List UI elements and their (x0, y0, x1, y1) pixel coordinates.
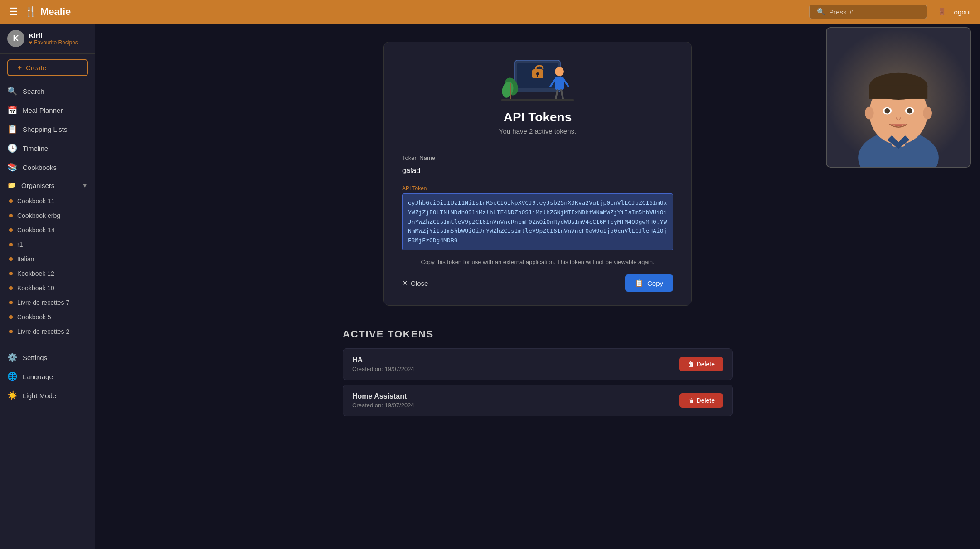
token-name-input[interactable] (402, 164, 673, 178)
dot-icon (9, 257, 13, 261)
sidebar-item-language[interactable]: 🌐 Language (0, 367, 95, 386)
svg-rect-14 (501, 99, 574, 101)
sidebar-item-label: Language (23, 373, 53, 380)
sidebar-item-label: Organisers (21, 182, 54, 189)
api-tokens-title: API Tokens (402, 110, 673, 125)
sidebar-item-timeline[interactable]: 🕒 Timeline (0, 139, 95, 158)
logout-label: Logout (950, 8, 971, 16)
cookbook-item[interactable]: Cookbook erbg (0, 208, 95, 223)
api-tokens-subtitle: You have 2 active tokens. (402, 127, 673, 135)
plus-icon: ＋ (16, 63, 23, 72)
svg-rect-6 (555, 77, 564, 90)
token-warning: Copy this token for use with an external… (402, 258, 673, 267)
delete-label: Delete (697, 397, 715, 404)
sidebar-item-label: Search (23, 87, 44, 95)
copy-icon: 📋 (635, 279, 644, 287)
dot-icon (9, 214, 13, 217)
logout-button[interactable]: 🚪 Logout (938, 8, 971, 16)
sidebar-item-organisers[interactable]: 📁 Organisers ▼ (0, 177, 95, 194)
cookbook-item[interactable]: Cookbook 11 (0, 194, 95, 208)
svg-point-23 (884, 108, 890, 114)
sidebar-item-label: Meal Planner (23, 106, 63, 114)
cookbook-name: Cookbook 14 (17, 226, 55, 234)
delete-token-0-button[interactable]: 🗑 Delete (679, 357, 723, 371)
divider (402, 146, 673, 146)
sidebar-item-settings[interactable]: ⚙️ Settings (0, 348, 95, 367)
copy-label: Copy (647, 279, 663, 287)
search-icon: 🔍 (817, 8, 825, 16)
active-tokens-title: ACTIVE TOKENS (343, 328, 733, 340)
logout-icon: 🚪 (938, 8, 946, 16)
cookbook-name: Cookbook 11 (17, 197, 55, 205)
topbar-right: 🔍 Press '/' 🚪 Logout (809, 5, 971, 19)
copy-button[interactable]: 📋 Copy (625, 274, 673, 292)
search-icon: 🔍 (7, 86, 17, 96)
delete-token-1-button[interactable]: 🗑 Delete (679, 393, 723, 408)
token-row-info: Home Assistant Created on: 19/07/2024 (352, 392, 414, 409)
app-name: Mealie (40, 6, 71, 18)
sidebar-item-label: Timeline (23, 144, 48, 152)
user-info: Kiril ♥ Favourite Recipes (29, 32, 78, 46)
token-row: HA Created on: 19/07/2024 🗑 Delete (343, 348, 733, 380)
svg-point-24 (907, 108, 912, 114)
cookbook-item[interactable]: Cookbook 5 (0, 310, 95, 324)
cookbook-item[interactable]: r1 (0, 237, 95, 252)
token-row-name: Home Assistant (352, 392, 414, 400)
cookbook-name: r1 (17, 241, 23, 248)
sidebar-item-cookbooks[interactable]: 📚 Cookbooks (0, 158, 95, 177)
token-row-date: Created on: 19/07/2024 (352, 366, 414, 372)
sidebar-item-label: Cookbooks (23, 164, 57, 171)
clock-icon: 🕒 (7, 143, 17, 153)
nav-item-left: 📁 Organisers (7, 181, 54, 189)
dot-icon (9, 199, 13, 203)
topbar: ☰ 🍴 Mealie 🔍 Press '/' 🚪 Logout (0, 0, 980, 24)
search-placeholder: Press '/' (829, 8, 853, 16)
delete-label: Delete (697, 361, 715, 368)
svg-rect-4 (537, 74, 538, 77)
sidebar-item-label: Shopping Lists (23, 125, 67, 133)
cookbook-name: Kookboek 12 (17, 270, 54, 277)
menu-icon[interactable]: ☰ (9, 6, 18, 18)
create-button[interactable]: ＋ Create (7, 59, 88, 76)
list-icon: 📋 (7, 124, 17, 134)
sidebar-item-label: Settings (23, 354, 47, 361)
api-token-illustration (402, 56, 673, 106)
close-button[interactable]: ✕ Close (402, 279, 428, 287)
calendar-icon: 📅 (7, 105, 17, 115)
api-token-value[interactable]: eyJhbGciOiJIUzI1NiIsInR5cCI6IkpXVCJ9.eyJ… (402, 193, 673, 250)
cookbook-item[interactable]: Cookbook 14 (0, 223, 95, 237)
svg-line-10 (561, 90, 563, 99)
avatar: K (7, 30, 24, 47)
close-icon: ✕ (402, 279, 408, 287)
close-label: Close (411, 279, 428, 287)
dot-icon (9, 243, 13, 246)
api-token-label: API Token (402, 185, 673, 192)
sidebar-item-meal-planner[interactable]: 📅 Meal Planner (0, 101, 95, 120)
book-icon: 📚 (7, 162, 17, 172)
cookbook-name: Cookbook 5 (17, 313, 51, 321)
cookbook-item[interactable]: Kookboek 10 (0, 281, 95, 295)
sidebar-item-shopping-lists[interactable]: 📋 Shopping Lists (0, 120, 95, 139)
api-token-group: API Token eyJhbGciOiJIUzI1NiIsInR5cCI6Ik… (402, 185, 673, 250)
cookbook-name: Kookboek 10 (17, 284, 54, 292)
language-icon: 🌐 (7, 371, 17, 381)
svg-point-25 (865, 107, 874, 120)
dot-icon (9, 301, 13, 304)
cookbook-name: Livre de recettes 7 (17, 299, 69, 306)
token-name-group: Token Name (402, 154, 673, 178)
cookbook-item[interactable]: Livre de recettes 2 (0, 324, 95, 339)
search-bar[interactable]: 🔍 Press '/' (809, 5, 927, 19)
svg-point-26 (923, 107, 932, 120)
sidebar: K Kiril ♥ Favourite Recipes ＋ Create 🔍 S… (0, 24, 95, 549)
cookbook-item[interactable]: Livre de recettes 7 (0, 295, 95, 310)
logo-icon: 🍴 (24, 6, 37, 18)
cookbook-item[interactable]: Italian (0, 252, 95, 266)
sidebar-item-search[interactable]: 🔍 Search (0, 82, 95, 101)
cookbook-item[interactable]: Kookboek 12 (0, 266, 95, 281)
modal-actions: ✕ Close 📋 Copy (402, 274, 673, 292)
sidebar-item-light-mode[interactable]: ☀️ Light Mode (0, 386, 95, 405)
sidebar-item-label: Light Mode (23, 392, 56, 400)
user-section: K Kiril ♥ Favourite Recipes (0, 24, 95, 54)
favourite-recipes-link[interactable]: ♥ Favourite Recipes (29, 39, 78, 46)
dot-icon (9, 228, 13, 232)
